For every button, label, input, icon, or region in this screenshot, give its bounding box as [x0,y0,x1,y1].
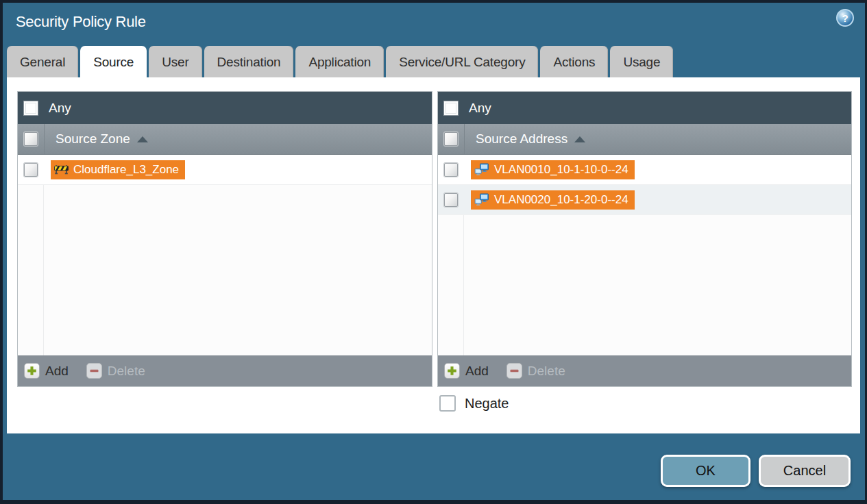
tab-destination[interactable]: Destination [204,46,294,77]
tab-usage[interactable]: Usage [610,46,673,77]
source-address-delete-button[interactable]: Delete [506,363,565,379]
source-address-row[interactable]: VLAN0020_10-1-20-0--24 [438,185,851,215]
sort-ascending-icon [137,136,148,142]
source-zone-footer: Add Delete [18,355,432,386]
zone-name: Cloudflare_L3_Zone [73,163,179,177]
negate-row: Negate [439,395,509,412]
delete-minus-icon [86,363,102,379]
source-address-column-header[interactable]: Source Address [438,124,851,155]
address-name: VLAN0020_10-1-20-0--24 [494,193,628,207]
source-address-column-label: Source Address [476,131,567,147]
negate-checkbox[interactable] [439,395,456,412]
source-tab-content: Any Source Zone [7,77,860,433]
source-address-footer: Add Delete [438,355,851,386]
divider [44,124,45,154]
source-zone-any-checkbox[interactable] [23,101,38,116]
sort-ascending-icon [574,136,585,142]
tab-general[interactable]: General [7,46,78,77]
zone-barrier-icon [54,164,69,175]
source-address-add-button[interactable]: Add [444,363,489,379]
tab-user[interactable]: User [149,46,202,77]
network-icon [474,163,489,176]
source-zone-any-row: Any [18,92,432,124]
tab-source[interactable]: Source [80,46,147,77]
source-zone-add-button[interactable]: Add [24,363,69,379]
source-address-any-label: Any [469,101,491,116]
source-address-panel: Any Source Address [437,91,852,387]
tab-application[interactable]: Application [295,46,384,77]
address-name: VLAN0010_10-1-10-0--24 [494,163,628,177]
divider [464,124,465,154]
source-address-any-checkbox[interactable] [443,101,459,116]
tab-service-url-category[interactable]: Service/URL Category [386,46,538,77]
source-address-any-row: Any [438,92,851,124]
row-checkbox[interactable] [444,193,458,207]
delete-label: Delete [108,364,145,379]
source-zone-select-all-checkbox[interactable] [24,132,38,146]
source-zone-panel: Any Source Zone [17,91,432,387]
tab-actions[interactable]: Actions [540,46,608,77]
address-chip[interactable]: VLAN0020_10-1-20-0--24 [471,190,635,210]
tab-bar: General Source User Destination Applicat… [7,46,861,77]
source-zone-column-label: Source Zone [56,131,130,147]
security-policy-rule-dialog: Security Policy Rule ? General Source Us… [3,3,865,500]
delete-minus-icon [506,363,522,379]
source-zone-any-label: Any [49,101,71,116]
add-label: Add [465,364,489,379]
negate-label: Negate [465,396,509,412]
add-plus-icon [24,363,40,379]
source-zone-list: Cloudflare_L3_Zone [18,155,432,355]
titlebar: Security Policy Rule ? [3,3,865,47]
row-checkbox[interactable] [24,163,38,177]
ok-button[interactable]: OK [661,455,750,487]
source-address-list: VLAN0010_10-1-10-0--24 [438,155,851,355]
source-zone-row[interactable]: Cloudflare_L3_Zone [18,155,432,185]
source-address-row[interactable]: VLAN0010_10-1-10-0--24 [438,155,851,185]
source-address-select-all-checkbox[interactable] [444,132,458,146]
row-checkbox[interactable] [444,163,458,177]
cancel-button[interactable]: Cancel [759,455,851,487]
source-zone-column-header[interactable]: Source Zone [18,124,432,155]
add-label: Add [45,364,69,379]
network-icon [474,193,489,206]
zone-chip[interactable]: Cloudflare_L3_Zone [51,160,185,179]
source-zone-delete-button[interactable]: Delete [86,363,145,379]
address-chip[interactable]: VLAN0010_10-1-10-0--24 [471,160,635,179]
help-icon[interactable]: ? [836,9,854,27]
dialog-title: Security Policy Rule [16,13,146,31]
delete-label: Delete [528,364,565,379]
add-plus-icon [444,363,460,379]
